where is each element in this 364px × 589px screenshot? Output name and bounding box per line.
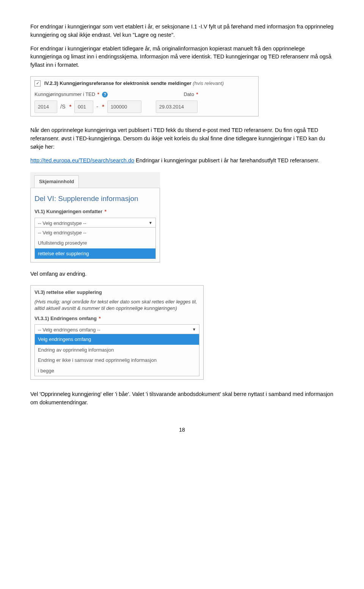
ted-s-input[interactable]: 001: [74, 101, 93, 113]
option-item[interactable]: Ufullstendig prosedyre: [35, 238, 155, 248]
paragraph-link-tail: Endringar i kunngjeringar publisert i år…: [134, 157, 319, 163]
separator-text: -: [96, 103, 98, 111]
paragraph-intro-1: For endringar i kunngjeringar som vert e…: [30, 23, 334, 39]
screenshot-vi3: VI.3) rettelse eller supplering (Hvis mu…: [30, 285, 204, 380]
option-list-omfang: Velg endringens omfang Endring av opprin…: [35, 334, 199, 376]
select-value: -- Velg endringstype --: [38, 220, 86, 227]
label-ted-number: Kunngjøringsnummer i TED: [35, 91, 95, 97]
vi3-title: VI.3) rettelse eller supplering: [35, 289, 199, 296]
vi3-grey-note: (Hvis mulig; angi område for tekst eller…: [35, 298, 199, 312]
required-asterisk-icon: *: [99, 316, 101, 321]
label-endringens-omfang: VI.3.1) Endringens omfang: [35, 316, 97, 321]
required-asterisk-icon: *: [105, 209, 107, 214]
paragraph-ted-published: Når den opprinnelege kunngjeringa vert p…: [30, 126, 334, 151]
option-item[interactable]: Endring av opprinnelig informasjon: [35, 345, 199, 355]
select-value: -- Velg endringens omfang --: [38, 326, 100, 334]
help-icon[interactable]: ?: [102, 92, 108, 97]
select-endringens-omfang[interactable]: -- Velg endringens omfang -- ▼: [35, 324, 199, 334]
option-item[interactable]: i begge: [35, 366, 199, 376]
paragraph-vel-omfang: Vel omfang av endring.: [30, 270, 334, 278]
required-asterisk-icon: *: [69, 103, 72, 111]
option-item[interactable]: -- Velg endringstype --: [35, 228, 155, 238]
ted-ref-heading: IV.2.3) Kunngjøringsreferanse for elektr…: [44, 80, 191, 86]
label-kunngjoring-omfatter: VI.1) Kunngjøringen omfatter: [35, 209, 102, 214]
option-list-endringstype: -- Velg endringstype -- Ufullstendig pro…: [35, 228, 156, 259]
page-number: 18: [30, 426, 334, 434]
required-asterisk-icon: *: [196, 91, 198, 97]
separator-text: /S: [60, 103, 66, 111]
ted-search-link[interactable]: http://ted.europa.eu/TED/search/search.d…: [30, 157, 134, 163]
screenshot-del-vi: Skjemainnhold Del VI: Supplerende inform…: [30, 172, 160, 262]
label-date: Dato: [184, 91, 194, 97]
screenshot-ted-reference: ✓ IV.2.3) Kunngjøringsreferanse for elek…: [30, 76, 259, 117]
option-item[interactable]: Endring er ikke i samsvar med opprinneli…: [35, 355, 199, 366]
ted-number-input[interactable]: 100000: [107, 101, 141, 113]
tab-skjemainnhold[interactable]: Skjemainnhold: [34, 175, 79, 188]
paragraph-vel-opprinneleg: Vel 'Opprinneleg kunngjering' eller 'i b…: [30, 390, 334, 407]
required-asterisk-icon: *: [102, 103, 104, 111]
option-item-selected[interactable]: Velg endringens omfang: [35, 334, 199, 345]
ted-ref-heading-note: (hvis relevant): [193, 80, 224, 86]
checkbox-icon[interactable]: ✓: [35, 80, 41, 86]
ted-date-input[interactable]: 29.03.2014: [156, 101, 198, 113]
required-asterisk-icon: *: [97, 91, 99, 97]
paragraph-intro-2: For endringar i kunngjeringar etablert t…: [30, 45, 334, 69]
option-item-selected[interactable]: rettelse eller supplering: [35, 248, 155, 259]
ted-year-input[interactable]: 2014: [35, 101, 57, 113]
select-endringstype[interactable]: -- Velg endringstype -- ▼: [35, 218, 156, 228]
chevron-down-icon: ▼: [149, 220, 152, 225]
paragraph-link: http://ted.europa.eu/TED/search/search.d…: [30, 157, 334, 165]
section-heading-del-vi: Del VI: Supplerende informasjon: [35, 193, 156, 204]
chevron-down-icon: ▼: [192, 327, 196, 332]
